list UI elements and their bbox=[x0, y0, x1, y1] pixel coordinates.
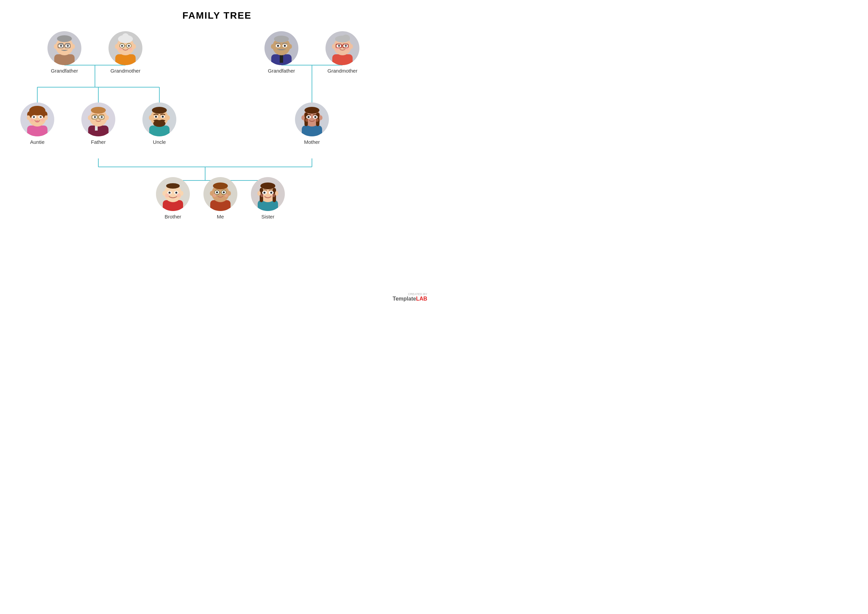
avatar-grandmother2 bbox=[326, 31, 360, 65]
svg-point-139 bbox=[228, 191, 231, 196]
lab-text: LAB bbox=[416, 296, 427, 302]
svg-point-110 bbox=[304, 107, 319, 113]
avatar-grandfather1 bbox=[48, 31, 81, 65]
page-title: FAMILY TREE bbox=[0, 0, 434, 21]
watermark: CREATED BY TemplateLAB bbox=[393, 292, 427, 302]
person-auntie: Auntie bbox=[17, 103, 57, 145]
label-grandmother1: Grandmother bbox=[110, 68, 140, 74]
avatar-mother bbox=[295, 103, 329, 136]
label-sister: Sister bbox=[261, 214, 274, 219]
avatar-uncle bbox=[143, 103, 176, 136]
template-text: Template bbox=[393, 296, 416, 302]
svg-rect-45 bbox=[280, 54, 283, 63]
label-mother: Mother bbox=[304, 139, 320, 145]
label-father: Father bbox=[91, 139, 105, 145]
svg-point-120 bbox=[315, 118, 319, 122]
svg-rect-29 bbox=[115, 54, 136, 65]
label-brother: Brother bbox=[164, 214, 181, 219]
svg-point-84 bbox=[35, 120, 39, 123]
person-uncle: Uncle bbox=[139, 103, 180, 145]
svg-point-155 bbox=[275, 191, 278, 196]
svg-point-158 bbox=[264, 192, 265, 194]
svg-point-24 bbox=[60, 45, 62, 47]
svg-point-114 bbox=[319, 115, 322, 120]
svg-point-21 bbox=[71, 44, 75, 49]
svg-point-132 bbox=[175, 192, 177, 194]
svg-point-75 bbox=[38, 109, 44, 115]
svg-point-134 bbox=[177, 193, 181, 197]
label-uncle: Uncle bbox=[153, 139, 166, 145]
svg-point-133 bbox=[165, 193, 169, 197]
svg-point-107 bbox=[162, 116, 164, 118]
svg-rect-108 bbox=[302, 126, 322, 136]
svg-point-62 bbox=[338, 45, 340, 47]
svg-point-161 bbox=[272, 194, 275, 197]
svg-point-94 bbox=[101, 116, 103, 118]
person-brother: Brother bbox=[153, 177, 193, 219]
svg-point-138 bbox=[210, 191, 213, 196]
svg-point-47 bbox=[274, 36, 289, 42]
svg-point-102 bbox=[149, 115, 152, 120]
svg-point-119 bbox=[305, 118, 308, 122]
svg-point-74 bbox=[30, 109, 36, 115]
svg-point-76 bbox=[27, 115, 30, 120]
svg-point-57 bbox=[342, 34, 350, 41]
svg-rect-69 bbox=[27, 126, 48, 136]
svg-point-151 bbox=[260, 182, 275, 189]
svg-point-83 bbox=[41, 118, 44, 122]
avatar-me bbox=[203, 177, 237, 211]
svg-point-49 bbox=[288, 44, 292, 49]
avatar-sister bbox=[251, 177, 285, 211]
svg-point-90 bbox=[105, 115, 109, 120]
svg-point-113 bbox=[301, 115, 305, 120]
person-grandfather1: Grandfather bbox=[44, 31, 85, 74]
svg-point-160 bbox=[260, 194, 264, 197]
label-grandfather2: Grandfather bbox=[268, 68, 295, 74]
svg-point-20 bbox=[54, 44, 57, 49]
svg-point-148 bbox=[225, 194, 228, 197]
svg-point-19 bbox=[57, 35, 72, 42]
label-me: Me bbox=[217, 214, 224, 219]
label-auntie: Auntie bbox=[30, 139, 45, 145]
svg-point-82 bbox=[31, 118, 34, 122]
svg-point-147 bbox=[213, 194, 216, 197]
svg-point-159 bbox=[270, 192, 272, 194]
svg-point-37 bbox=[121, 45, 123, 47]
svg-point-43 bbox=[129, 47, 132, 51]
svg-point-58 bbox=[332, 44, 335, 49]
svg-point-154 bbox=[257, 191, 261, 196]
svg-point-34 bbox=[133, 44, 136, 49]
label-grandmother2: Grandmother bbox=[327, 68, 357, 74]
person-grandmother2: Grandmother bbox=[322, 31, 363, 74]
svg-point-103 bbox=[166, 115, 170, 120]
svg-point-88 bbox=[91, 107, 106, 113]
avatar-auntie bbox=[20, 103, 54, 136]
avatar-grandfather2 bbox=[265, 31, 298, 65]
svg-point-77 bbox=[44, 115, 48, 120]
person-mother: Mother bbox=[291, 103, 332, 145]
svg-point-143 bbox=[223, 191, 225, 193]
svg-point-117 bbox=[307, 116, 310, 118]
svg-point-93 bbox=[94, 116, 96, 118]
svg-point-137 bbox=[213, 182, 228, 189]
person-father: Father bbox=[78, 103, 119, 145]
svg-rect-54 bbox=[332, 54, 353, 65]
avatar-grandmother1 bbox=[108, 31, 143, 65]
svg-point-118 bbox=[314, 116, 316, 118]
person-me: Me bbox=[200, 177, 241, 219]
svg-point-68 bbox=[346, 47, 349, 51]
person-grandfather2: Grandfather bbox=[261, 31, 302, 74]
svg-point-80 bbox=[33, 116, 35, 118]
label-grandfather1: Grandfather bbox=[51, 68, 78, 74]
svg-point-100 bbox=[152, 107, 167, 113]
svg-rect-98 bbox=[149, 126, 169, 136]
avatar-brother bbox=[156, 177, 190, 211]
svg-rect-85 bbox=[88, 126, 108, 136]
svg-point-38 bbox=[128, 45, 130, 47]
svg-point-42 bbox=[119, 47, 122, 51]
svg-point-131 bbox=[169, 192, 170, 194]
svg-point-52 bbox=[277, 45, 279, 47]
svg-point-59 bbox=[350, 44, 353, 49]
created-by-text: CREATED BY bbox=[393, 292, 427, 296]
avatar-father bbox=[81, 103, 115, 136]
